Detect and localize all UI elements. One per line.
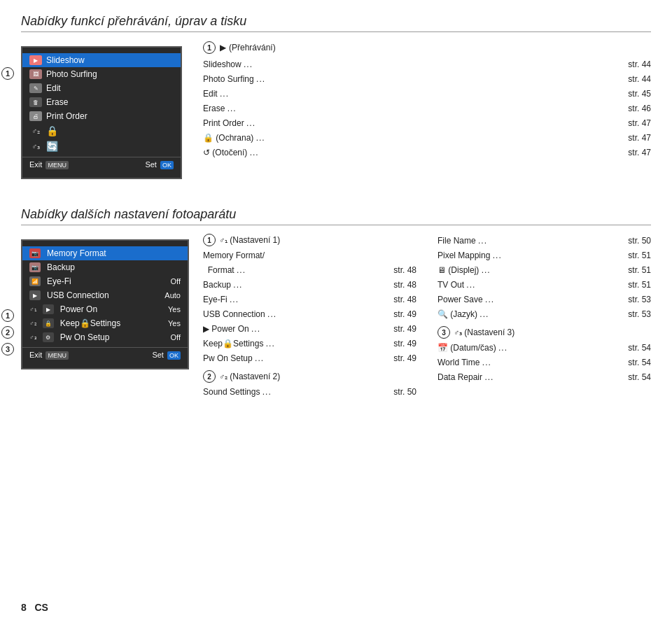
- lock-icon-symbol: 🔒: [46, 125, 58, 136]
- ref-backup: Backup ... str. 48: [203, 278, 416, 293]
- menu-item-printorder[interactable]: 🖨 Print Order: [22, 109, 181, 123]
- ref-format: Format ... str. 48: [203, 263, 416, 278]
- menu-item-lock[interactable]: ♂₂ 🔒: [22, 123, 181, 139]
- exit-label: Exit MENU: [29, 160, 69, 169]
- memformat-icon: 📷: [29, 248, 41, 258]
- usb-value: Auto: [164, 291, 181, 300]
- menu-item-erase[interactable]: 🗑 Erase: [22, 95, 181, 109]
- bottom-section: 1 2 3 📷 Memory Format 📷 Backup 📶 E: [21, 234, 651, 400]
- ref-photosurfing: Photo Surfing ... str. 44: [203, 72, 651, 87]
- printorder-label: Print Order: [46, 111, 88, 121]
- keepsettings-icon: 🔒: [43, 318, 54, 328]
- ref-keepsettings: Keep🔒Settings ... str. 49: [203, 337, 416, 351]
- tab1-indicator: ♂₁: [29, 306, 37, 313]
- ref-eyefi: Eye-Fi ... str. 48: [203, 293, 416, 307]
- ref-col-1: 1 ♂₁ (Nastavení 1) Memory Format/ Format…: [203, 234, 416, 400]
- lock-icon: ♂₂: [29, 126, 42, 136]
- print-icon: 🖨: [29, 111, 42, 121]
- ref-edit: Edit ... str. 45: [203, 87, 651, 101]
- ref-circle-nastaveni3: 3: [438, 326, 450, 339]
- slideshow-label: Slideshow: [46, 55, 85, 65]
- menu-item-memformat[interactable]: 📷 Memory Format: [22, 246, 188, 260]
- top-menu-box: ▶ Slideshow 🖼 Photo Surfing ✎ Edit 🗑 Era…: [21, 46, 182, 179]
- ref-slideshow: Slideshow ... str. 44: [203, 57, 651, 72]
- ref-usb: USB Connection ... str. 49: [203, 307, 416, 322]
- ref-poweron: ▶ Power On ... str. 49: [203, 322, 416, 337]
- bottom-exit-label: Exit MENU: [29, 351, 69, 360]
- menu-item-keepsettings[interactable]: ♂₂ 🔒 Keep🔒Settings Yes: [22, 316, 188, 330]
- bottom-ok-badge: OK: [167, 351, 181, 360]
- photosurfing-label: Photo Surfing: [46, 69, 97, 79]
- ref-powersave: Power Save ... str. 53: [438, 293, 651, 307]
- ref-play-icon: ▶: [220, 41, 226, 55]
- nastaveni2-icon: ♂₂: [219, 372, 227, 381]
- backup-icon: 📷: [29, 262, 41, 272]
- menu-item-eyefi[interactable]: 📶 Eye-Fi Off: [22, 274, 188, 288]
- ref-jazyk: 🔍 (Jazyk) ... str. 53: [438, 307, 651, 322]
- pwonsetup-value: Off: [171, 333, 181, 341]
- usb-label: USB Connection: [47, 290, 109, 300]
- ref-rotate: ↺ (Otočení) ... str. 47: [203, 146, 651, 160]
- poweron-label: Power On: [60, 304, 97, 314]
- ref-circle-nastaveni2: 2: [203, 370, 216, 383]
- nastaveni3-icon: ♂₃: [454, 328, 462, 337]
- bottom-menu-badge: MENU: [46, 351, 69, 360]
- keepsettings-value: Yes: [168, 319, 181, 327]
- page-footer: 8 CS: [21, 602, 48, 613]
- menu-item-photosurfing[interactable]: 🖼 Photo Surfing: [22, 67, 181, 81]
- ref-head: (Přehrávání): [229, 41, 276, 55]
- menu-footer: Exit MENU Set OK: [22, 157, 181, 172]
- nastaveni2-label: (Nastavení 2): [230, 372, 280, 381]
- eyefi-icon: 📶: [29, 276, 41, 286]
- ref-nastaveni2-head: 2 ♂₂ (Nastavení 2): [203, 370, 416, 383]
- language-label: CS: [34, 602, 48, 613]
- ref-nastaveni1-head: 1 ♂₁ (Nastavení 1): [203, 234, 416, 246]
- menu-item-backup[interactable]: 📷 Backup: [22, 260, 188, 274]
- ref-pwonsetup: Pw On Setup ... str. 49: [203, 351, 416, 366]
- bottom-menu-footer: Exit MENU Set OK: [22, 347, 188, 362]
- ref-worldtime: World Time ... str. 54: [438, 355, 651, 370]
- nastaveni3-label: (Nastavení 3): [464, 327, 514, 337]
- ref-memformat: Memory Format/: [203, 248, 416, 263]
- ref-soundsettings: Sound Settings ... str. 50: [203, 385, 416, 400]
- ref-datarepair: Data Repair ... str. 54: [438, 370, 651, 385]
- eyefi-label: Eye-Fi: [47, 276, 71, 286]
- ref-displej: 🖥 (Displej) ... str. 51: [438, 263, 651, 278]
- top-circle-marker: 1: [1, 67, 14, 80]
- menu-badge: MENU: [46, 161, 69, 169]
- nastaveni1-icon: ♂₁: [219, 236, 227, 245]
- menu-item-poweron[interactable]: ♂₁ ▶ Power On Yes: [22, 302, 188, 316]
- menu-item-rotate[interactable]: ♂₃ 🔄: [22, 139, 181, 154]
- photosurfing-icon: 🖼: [29, 69, 42, 79]
- bottom-marker-1: 1: [1, 309, 14, 322]
- nastaveni1-label: (Nastavení 1): [230, 235, 280, 245]
- poweron-icon: ▶: [43, 304, 54, 314]
- ref-protect: 🔒 (Ochrana) ... str. 47: [203, 131, 651, 146]
- page-number: 8: [21, 602, 27, 613]
- ref-nastaveni3-head: 3 ♂₃ (Nastavení 3): [438, 326, 651, 339]
- rotate-icon: ♂₃: [29, 141, 42, 151]
- rotate-icon-symbol: 🔄: [46, 141, 58, 152]
- menu-item-edit[interactable]: ✎ Edit: [22, 81, 181, 95]
- page: Nabídky funkcí přehrávání, úprav a tisku…: [0, 0, 672, 627]
- pwonsetup-icon: ⚙: [43, 332, 54, 342]
- menu-item-slideshow[interactable]: ▶ Slideshow: [22, 53, 181, 67]
- backup-label: Backup: [47, 262, 75, 272]
- top-section-title: Nabídky funkcí přehrávání, úprav a tisku: [21, 14, 651, 32]
- poweron-value: Yes: [168, 305, 181, 314]
- edit-icon: ✎: [29, 83, 42, 93]
- menu-item-usb[interactable]: ▶ USB Connection Auto: [22, 288, 188, 302]
- ref-printorder: Print Order ... str. 47: [203, 116, 651, 131]
- set-label: Set OK: [145, 160, 174, 169]
- bottom-refs: 1 ♂₁ (Nastavení 1) Memory Format/ Format…: [203, 234, 651, 400]
- erase-label: Erase: [46, 97, 68, 107]
- top-refs: 1 ▶ (Přehrávání) Slideshow ... str. 44 P…: [203, 41, 651, 179]
- top-section: 1 ▶ Slideshow 🖼 Photo Surfing ✎ Edit: [21, 41, 651, 179]
- edit-label: Edit: [46, 83, 61, 93]
- menu-item-pwonsetup[interactable]: ♂₃ ⚙ Pw On Setup Off: [22, 330, 188, 344]
- ref-erase: Erase ... str. 46: [203, 101, 651, 116]
- tab3-indicator: ♂₃: [29, 334, 37, 341]
- usb-icon: ▶: [29, 290, 41, 300]
- ok-badge: OK: [160, 161, 174, 169]
- ref-filename: File Name ... str. 50: [438, 234, 651, 248]
